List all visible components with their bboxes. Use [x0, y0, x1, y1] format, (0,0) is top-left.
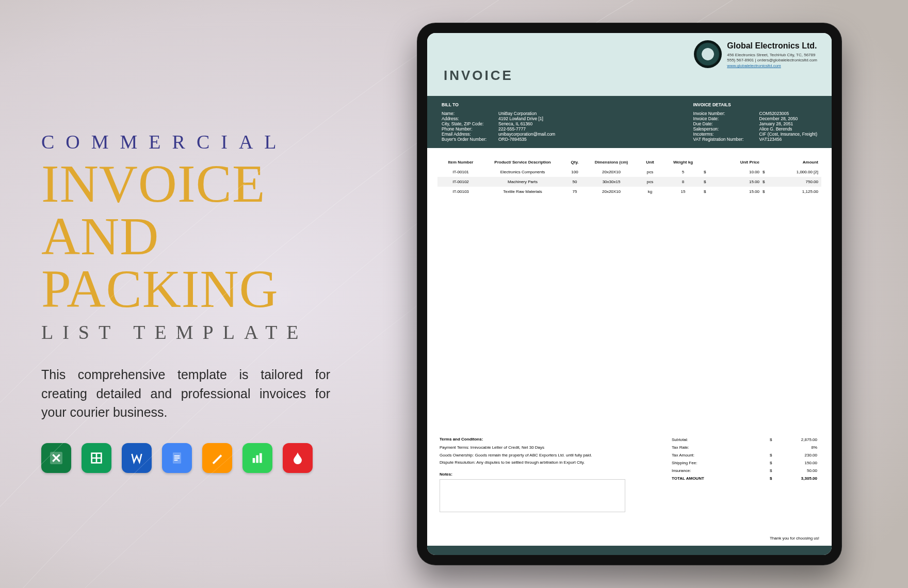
totals-block: Subtotal:$2,875.00Tax Rate:8%Tax Amount:… [670, 436, 819, 482]
word-icon [122, 443, 152, 473]
excel-icon [41, 443, 71, 473]
bill-to-row: Buyer's Order Number:ORD-7894535 [442, 137, 555, 142]
invoice-detail-row: VAT Registration Number:VAT123456 [693, 137, 817, 142]
total-line: Insurance:$50.00 [670, 467, 819, 475]
thank-you-text: Thank you for choosing us! [440, 536, 819, 541]
notes-box [440, 479, 625, 512]
company-block: Global Electronics Ltd. 456 Electronics … [694, 40, 817, 69]
invoice-detail-row: Invoice Date:December 28, 2050 [693, 116, 817, 121]
docs-icon [162, 443, 192, 473]
footer-bar [427, 546, 832, 555]
invoice-heading: INVOICE [442, 68, 513, 84]
format-icons [41, 443, 392, 473]
bill-to-row: Name:UniBay Corporation [442, 111, 555, 116]
tablet-frame: INVOICE Global Electronics Ltd. 456 Elec… [417, 23, 842, 565]
terms-heading: Terms and Conditons: [440, 436, 659, 443]
invoice-header: INVOICE Global Electronics Ltd. 456 Elec… [427, 33, 832, 96]
description: This comprehensive template is tailored … [41, 365, 330, 421]
line-items-table: Item NumberProduct/ Service DescriptionQ… [427, 148, 832, 197]
invoice-details-heading: INVOICE DETAILS [693, 102, 817, 107]
pdf-icon [283, 443, 313, 473]
terms-line: Dispute Resolution: Any disputes to be s… [440, 459, 659, 466]
table-header: Item NumberProduct/ Service DescriptionQ… [437, 157, 821, 167]
title-line-1: COMMERCIAL [41, 130, 392, 153]
invoice-detail-row: Invoice Number:COM52023005 [693, 111, 817, 116]
sheets-icon [82, 443, 111, 473]
total-line: Tax Amount:$230.00 [670, 451, 819, 459]
notes-label: Notes: [440, 472, 452, 477]
table-row: IT-00103Textile Raw Materials7520x20X10k… [437, 187, 821, 197]
invoice-document: INVOICE Global Electronics Ltd. 456 Elec… [427, 33, 832, 555]
total-line: Shipping Fee:$150.00 [670, 459, 819, 467]
numbers-icon [242, 443, 272, 473]
svg-rect-3 [253, 458, 255, 463]
terms-block: Terms and Conditons: Payment Terms: Irre… [440, 436, 659, 512]
title-line-5: LIST TEMPLATE [41, 321, 392, 344]
bill-to-row: Email Address:unibaycorporation@mail.com [442, 132, 555, 137]
table-row: IT-00102Machinery Parts5030x30x15pcs8$15… [437, 177, 821, 187]
total-line: Tax Rate:8% [670, 444, 819, 451]
invoice-detail-row: Due Date:January 28, 2051 [693, 121, 817, 126]
invoice-details-column: INVOICE DETAILS Invoice Number:COM520230… [693, 102, 817, 142]
notes-block: Notes: [440, 471, 625, 512]
title-line-3: AND [41, 210, 392, 263]
bill-to-row: Phone Number:222-555-7777 [442, 126, 555, 132]
title-line-2: INVOICE [41, 157, 392, 210]
company-logo [694, 40, 722, 68]
bill-to-heading: BILL TO [442, 102, 555, 107]
bill-to-row: City, State, ZIP Code:Seneca, IL 61360 [442, 121, 555, 126]
billing-info-band: BILL TO Name:UniBay CorporationAddress:4… [427, 96, 832, 148]
terms-line: Goods Ownership: Goods remain the proper… [440, 452, 659, 459]
company-url: www.globalelectronicsltd.com [727, 63, 817, 69]
total-line: TOTAL AMOUNT$3,305.00 [670, 475, 819, 482]
bill-to-row: Address:4192 Lowland Drive [1] [442, 116, 555, 121]
bill-to-column: BILL TO Name:UniBay CorporationAddress:4… [442, 102, 555, 142]
title-block: COMMERCIAL INVOICE AND PACKING LIST TEMP… [41, 115, 392, 473]
title-line-4: PACKING [41, 263, 392, 315]
table-row: IT-00101Electronics Components10020x20X1… [437, 167, 821, 177]
svg-rect-5 [260, 453, 262, 463]
company-address: 456 Electronics Street, TechHub City, TC… [727, 53, 817, 58]
pages-icon [202, 443, 232, 473]
terms-line: Payment Terms: Irrevocable Letter of Cre… [440, 444, 659, 451]
invoice-detail-row: Incoterms:CIF (Cost, Insurance, Freight) [693, 132, 817, 137]
invoice-detail-row: Salesperson:Alice G. Berends [693, 126, 817, 132]
svg-rect-4 [256, 455, 258, 463]
company-name: Global Electronics Ltd. [727, 40, 817, 52]
total-line: Subtotal:$2,875.00 [670, 436, 819, 444]
company-contact: 555) 567-8901 | orders@globalelectronics… [727, 58, 817, 63]
invoice-footer: Terms and Conditons: Payment Terms: Irre… [427, 436, 832, 555]
